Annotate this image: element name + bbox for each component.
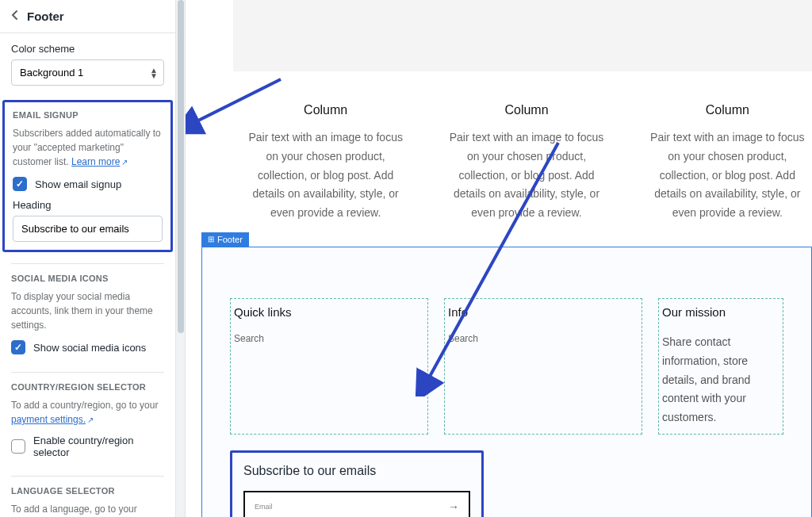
- email-signup-desc: Subscribers added automatically to your …: [13, 126, 163, 169]
- image-placeholder-block: [233, 0, 812, 71]
- external-link-icon: ↗: [121, 156, 128, 168]
- show-email-signup-checkbox[interactable]: [13, 177, 27, 191]
- country-section: COUNTRY/REGION SELECTOR To add a country…: [11, 372, 164, 476]
- back-icon[interactable]: [11, 10, 19, 23]
- preview-canvas: Column Pair text with an image to focus …: [186, 0, 812, 517]
- footer-col-info[interactable]: Info Search: [444, 298, 642, 435]
- sidebar-scrollbar[interactable]: [176, 0, 186, 517]
- social-desc: To display your social media accounts, l…: [11, 289, 164, 332]
- show-social-label: Show social media icons: [33, 342, 146, 354]
- settings-sidebar: Footer Color scheme Background 1 ▲▼ EMAI…: [0, 0, 176, 517]
- social-section: SOCIAL MEDIA ICONS To display your socia…: [11, 263, 164, 372]
- scrollbar-thumb[interactable]: [178, 0, 184, 333]
- footer-col-title: Our mission: [659, 305, 783, 319]
- footer-section-tag[interactable]: ⊞ Footer: [201, 232, 249, 247]
- subscribe-block[interactable]: Subscribe to our emails Email →: [230, 450, 484, 517]
- section-icon: ⊞: [208, 235, 214, 243]
- column[interactable]: Column Pair text with an image to focus …: [643, 103, 812, 223]
- color-scheme-select[interactable]: Background 1: [11, 59, 164, 86]
- show-email-signup-label: Show email signup: [35, 178, 121, 190]
- column-body: Pair text with an image to focus on your…: [241, 128, 410, 223]
- column[interactable]: Column Pair text with an image to focus …: [241, 103, 410, 223]
- footer-col-title: Quick links: [231, 305, 427, 319]
- email-input-field[interactable]: Email →: [243, 491, 470, 517]
- heading-input[interactable]: [13, 216, 163, 242]
- language-title: LANGUAGE SELECTOR: [11, 486, 164, 496]
- email-placeholder: Email: [255, 503, 448, 511]
- email-signup-title: EMAIL SIGNUP: [13, 110, 163, 120]
- sidebar-body: Color scheme Background 1 ▲▼ EMAIL SIGNU…: [0, 33, 175, 517]
- footer-col-mission[interactable]: Our mission Share contact information, s…: [658, 298, 783, 435]
- column[interactable]: Column Pair text with an image to focus …: [442, 103, 611, 223]
- submit-arrow-icon[interactable]: →: [448, 500, 459, 513]
- language-section: LANGUAGE SELECTOR To add a language, go …: [11, 476, 164, 517]
- column-title: Column: [442, 103, 611, 117]
- show-social-checkbox[interactable]: [11, 340, 25, 354]
- footer-col-quick-links[interactable]: Quick links Search: [230, 298, 428, 435]
- country-title: COUNTRY/REGION SELECTOR: [11, 382, 164, 392]
- footer-columns: Quick links Search Info Search Our missi…: [230, 298, 783, 435]
- show-email-signup-row: Show email signup: [13, 177, 163, 191]
- footer-col-title: Info: [445, 305, 642, 319]
- footer-section-preview[interactable]: ⊞ Footer Quick links Search Info Search: [201, 247, 812, 517]
- multicolumn-section: Column Pair text with an image to focus …: [241, 103, 812, 223]
- country-desc: To add a country/region, go to your paym…: [11, 398, 164, 427]
- column-body: Pair text with an image to focus on your…: [442, 128, 611, 223]
- social-title: SOCIAL MEDIA ICONS: [11, 274, 164, 283]
- enable-country-checkbox[interactable]: [11, 439, 25, 454]
- external-link-icon: ↗: [87, 414, 94, 426]
- email-signup-section: EMAIL SIGNUP Subscribers added automatic…: [2, 100, 173, 252]
- heading-label: Heading: [13, 199, 163, 211]
- enable-country-label: Enable country/region selector: [33, 435, 164, 458]
- language-desc: To add a language, go to your language s…: [11, 502, 164, 517]
- column-title: Column: [241, 103, 410, 117]
- learn-more-link[interactable]: Learn more↗: [71, 156, 128, 167]
- column-title: Column: [643, 103, 812, 117]
- sidebar-title: Footer: [27, 10, 64, 23]
- color-scheme-field: Color scheme Background 1 ▲▼: [11, 43, 164, 86]
- footer-link[interactable]: Search: [231, 333, 427, 344]
- color-scheme-label: Color scheme: [11, 43, 164, 55]
- footer-col-body: Share contact information, store details…: [659, 333, 783, 427]
- subscribe-title: Subscribe to our emails: [243, 464, 470, 478]
- sidebar-header: Footer: [0, 0, 175, 33]
- enable-country-row: Enable country/region selector: [11, 435, 164, 458]
- payment-settings-link[interactable]: payment settings.↗: [11, 414, 94, 425]
- show-social-row: Show social media icons: [11, 340, 164, 354]
- column-body: Pair text with an image to focus on your…: [643, 128, 812, 223]
- footer-link[interactable]: Search: [445, 333, 642, 344]
